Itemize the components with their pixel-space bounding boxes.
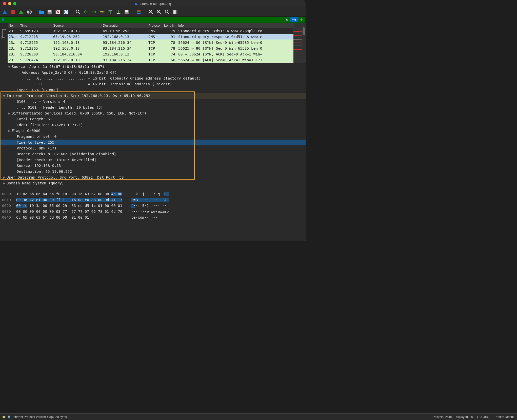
zoom-in-button[interactable] [147,8,154,15]
colorize-button[interactable] [135,8,142,15]
packet-details-pane[interactable]: ▼Source: Apple_2a:43:67 (f0:18:98:2a:43:… [0,63,306,190]
detail-line[interactable]: .... ...0 .... .... .... .... = IG bit: … [0,81,306,87]
detail-line[interactable]: Destination: 65.19.96.252 [0,169,306,175]
zoom-out-button[interactable] [155,8,163,15]
go-forward-button[interactable] [91,8,98,15]
detail-line[interactable]: Identification: 0x42e1 (17121) [0,122,306,128]
detail-line[interactable]: [Header checksum status: Unverified] [0,157,306,163]
detail-text: [Header checksum status: Unverified] [17,158,96,162]
maximize-window-button[interactable] [13,2,16,5]
packet-row[interactable]: 23…9.71221565.19.96.252192.168.0.13DNS91… [8,34,293,40]
detail-line[interactable]: ▶User Datagram Protocol, Src Port: 63802… [0,175,306,180]
minimize-window-button[interactable] [8,2,11,5]
packet-cell-dst: 65.19.96.252 [102,29,147,33]
col-header-dst[interactable]: Destination [102,23,147,28]
open-file-button[interactable] [38,8,45,15]
packet-list-pane: No. Time Source Destination Protocol Len… [0,23,306,63]
col-header-len[interactable]: Length [163,23,177,28]
go-back-button[interactable] [83,8,90,15]
expand-arrow-icon[interactable]: ▼ [3,93,7,99]
capture-options-button[interactable] [26,8,33,15]
detail-line[interactable]: ▼Internet Protocol Version 4, Src: 192.1… [0,93,306,99]
packet-bytes-pane[interactable]: 000010 0c 6b 0a a4 6a f0 18 98 2a 43 67 … [0,190,306,225]
find-packet-button[interactable] [74,8,82,15]
col-header-src[interactable]: Source [52,23,102,28]
detail-text: .... ..0. .... .... .... .... = LG bit: … [22,76,201,80]
detail-line[interactable]: Type: IPv4 (0x0800) [0,87,306,93]
hex-line[interactable]: 00406c 65 03 63 6f 6d 00 00 01 00 01 le·… [2,215,304,220]
detail-line[interactable]: Source: 192.168.0.13 [0,163,306,169]
auto-scroll-button[interactable] [123,8,130,15]
detail-text: Type: IPv4 (0x0800) [17,88,59,92]
hex-line[interactable]: 000010 0c 6b 0a a4 6a f0 18 98 2a 43 67 … [2,191,304,197]
close-window-button[interactable] [3,2,6,5]
svg-line-25 [168,12,169,14]
svg-rect-27 [173,10,175,14]
hex-line[interactable]: 002060 fc f9 3a 00 35 00 29 83 ee d5 1c … [2,203,304,209]
packet-row[interactable]: 23…9.728474192.168.0.1393.184.216.34TCP6… [8,57,293,63]
stop-capture-button[interactable] [10,8,17,15]
packet-row[interactable]: 23…9.72838393.184.216.34192.168.0.13TCP7… [8,51,293,57]
detail-text: Domain Name System (query) [7,181,64,185]
packet-scrollbar[interactable] [302,23,306,63]
display-filter-input[interactable] [6,17,284,23]
col-header-time[interactable]: Time [19,23,52,28]
packet-cell-len: 91 [163,35,177,39]
detail-line[interactable]: Total Length: 61 [0,116,306,122]
detail-text: Source: 192.168.0.13 [17,164,61,168]
restart-capture-button[interactable] [18,8,25,15]
col-header-proto[interactable]: Protocol [147,23,163,28]
detail-line[interactable]: ▶Flags: 0x0000 [0,128,306,134]
hex-line[interactable]: 001000 3d 42 e1 00 00 ff 11 16 0a c0 a8 … [2,197,304,203]
detail-line[interactable]: .... 0101 = Header Length: 20 bytes (5) [0,105,306,110]
detail-line[interactable]: ▼Source: Apple_2a:43:67 (f0:18:98:2a:43:… [0,64,306,70]
svg-point-1 [27,10,32,14]
expand-arrow-icon[interactable]: ▶ [3,180,7,186]
resize-columns-button[interactable] [172,8,179,15]
svg-point-7 [76,10,79,13]
close-file-button[interactable] [54,8,61,15]
packet-cell-dst: 192.168.0.13 [102,35,147,39]
start-capture-button[interactable] [2,8,9,15]
detail-line[interactable]: ▶Domain Name System (query) [0,180,306,186]
packet-cell-len: 74 [163,52,177,56]
packet-cell-time: 9.728474 [19,58,52,62]
packet-cell-no: 23… [8,35,19,39]
add-filter-button[interactable]: + [299,17,304,22]
hex-line[interactable]: 003000 00 00 00 00 00 03 77 77 77 07 65 … [2,209,304,215]
packet-cell-info: 80 → 56624 [SYN, ACK] Seq=0 Ack=1 Win= [177,52,293,56]
packet-cell-len: 75 [163,29,177,33]
packet-row[interactable]: 23…9.712955192.168.0.1393.184.216.34TCP7… [8,40,293,45]
clear-filter-button[interactable] [284,17,290,22]
save-file-button[interactable] [46,8,53,15]
go-to-packet-button[interactable] [99,8,106,15]
expand-arrow-icon[interactable]: ▶ [8,110,12,116]
packet-list-header[interactable]: No. Time Source Destination Protocol Len… [8,23,293,28]
detail-line[interactable]: Time to live: 255 [0,140,306,145]
expand-arrow-icon[interactable]: ▶ [3,175,7,180]
packet-minimap[interactable] [293,23,302,63]
col-header-no[interactable]: No. [8,23,19,28]
detail-line[interactable]: 0100 .... = Version: 4 [0,99,306,105]
packet-row[interactable]: 23…9.699123192.168.0.1365.19.96.252DNS75… [8,28,293,34]
detail-line[interactable]: ▶Differentiated Services Field: 0x00 (DS… [0,110,306,116]
expand-arrow-icon[interactable]: ▶ [8,128,12,134]
filter-bookmark-button[interactable] [0,17,6,23]
reload-file-button[interactable] [62,8,69,15]
detail-line[interactable]: Address: Apple_2a:43:67 (f0:18:98:2a:43:… [0,70,306,75]
col-header-info[interactable]: Info [177,23,293,28]
hex-ascii: le·com·· ··· [131,215,158,220]
zoom-reset-button[interactable]: = [164,8,171,15]
detail-line[interactable]: Protocol: UDP (17) [0,145,306,151]
detail-line[interactable]: .... ..0. .... .... .... .... = LG bit: … [0,75,306,81]
expand-arrow-icon[interactable]: ▼ [8,64,12,70]
svg-text:=: = [166,10,167,12]
go-to-first-button[interactable] [107,8,114,15]
hex-bytes: 00 3d 42 e1 00 00 ff 11 16 0a c0 a8 00 0… [16,197,131,203]
packet-cell-no: 23… [8,58,19,62]
detail-line[interactable]: Fragment offset: 0 [0,134,306,140]
packet-row[interactable]: 23…9.713365192.168.0.1393.184.216.34TCP7… [8,45,293,51]
detail-line[interactable]: Header checksum: 0x160a [validation disa… [0,151,306,157]
apply-filter-button[interactable] [290,17,298,22]
go-to-last-button[interactable] [115,8,122,15]
